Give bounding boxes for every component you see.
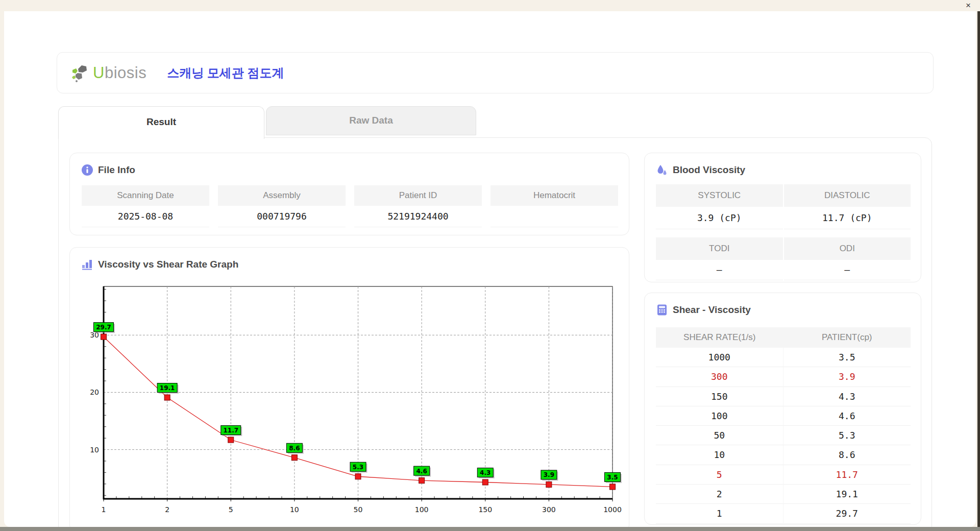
data-label-text: 4.3 [480, 469, 491, 476]
data-point-marker [355, 474, 361, 479]
bv-header: TODI [656, 237, 783, 260]
cell-patient: 8.6 [783, 445, 911, 465]
field-label: Hematocrit [491, 185, 618, 206]
file-info-fields: Scanning Date2025-08-08Assembly000719796… [82, 185, 618, 227]
graph-title: Viscosity vs Shear Rate Graph [98, 259, 238, 270]
logo-text: Ubiosis [93, 64, 146, 82]
x-tick-label: 300 [542, 505, 556, 514]
field-value: 52191924400 [354, 206, 482, 227]
shear-viscosity-title: Shear - Viscosity [673, 304, 751, 316]
table-row: 3003.9 [656, 367, 911, 387]
cell-patient: 4.3 [783, 387, 911, 406]
table-row: 1004.6 [656, 406, 911, 426]
bv-header: ODI [784, 237, 911, 260]
x-tick-label: 1000 [603, 505, 622, 514]
logo-text-rest: biosis [105, 64, 146, 82]
shear-viscosity-card: Shear - Viscosity SHEAR RATE(1/s) PATIEN… [644, 293, 921, 525]
field-label: Patient ID [354, 185, 482, 206]
table-row: 1504.3 [656, 387, 911, 406]
droplets-icon [656, 164, 668, 176]
ubiosis-logo-icon [69, 63, 91, 83]
blood-viscosity-title: Blood Viscosity [673, 164, 745, 176]
cell-shear-rate: 50 [656, 426, 783, 445]
x-tick-label: 2 [165, 505, 169, 514]
cell-shear-rate: 1000 [656, 348, 783, 367]
tab-result[interactable]: Result [58, 106, 264, 139]
data-label-text: 4.6 [416, 468, 427, 475]
field-value [491, 206, 618, 227]
y-tick-label: 10 [90, 446, 99, 454]
shear-viscosity-table: SHEAR RATE(1/s) PATIENT(cp) 10003.53003.… [656, 327, 911, 524]
logo-letter-u: U [93, 64, 105, 82]
field-label: Assembly [218, 185, 346, 206]
info-icon [82, 164, 93, 176]
data-label-text: 5.3 [353, 464, 363, 471]
column-header-shear-rate: SHEAR RATE(1/s) [656, 327, 783, 348]
data-label-text: 3.9 [544, 471, 554, 478]
file-info-field-assembly: Assembly000719796 [218, 185, 346, 227]
bv-header: DIASTOLIC [784, 184, 911, 207]
file-info-field-scanning-date: Scanning Date2025-08-08 [82, 185, 209, 227]
table-row: 108.6 [656, 445, 911, 465]
y-tick-label: 20 [90, 388, 99, 396]
data-point-marker [482, 479, 488, 485]
data-label-text: 3.5 [607, 474, 618, 481]
field-value: 000719796 [218, 206, 346, 227]
field-label: Scanning Date [82, 185, 209, 206]
graph-card: Viscosity vs Shear Rate Graph 1020301251… [69, 247, 629, 531]
column-header-patient: PATIENT(cp) [783, 327, 911, 348]
bv-header: SYSTOLIC [656, 184, 783, 207]
cell-patient: 4.6 [783, 406, 911, 426]
data-label-text: 8.6 [289, 445, 300, 452]
result-panel: File Info Scanning Date2025-08-08Assembl… [58, 137, 932, 531]
x-tick-label: 10 [290, 505, 299, 514]
data-point-marker [546, 481, 552, 487]
file-info-field-patient-id: Patient ID52191924400 [354, 185, 482, 227]
table-row: 219.1 [656, 485, 911, 504]
data-label-text: 11.7 [223, 427, 238, 434]
table-row: 129.7 [656, 504, 911, 523]
app-window: Ubiosis 스캐닝 모세관 점도계 Result Raw Data File… [4, 11, 976, 527]
data-point-marker [101, 334, 107, 340]
bar-chart-icon [82, 259, 93, 270]
field-value: 2025-08-08 [82, 206, 209, 227]
cell-shear-rate: 10 [656, 445, 783, 465]
cell-patient: 11.7 [783, 465, 911, 485]
window-bottom-bar [0, 527, 980, 531]
shear-viscosity-table-header: SHEAR RATE(1/s) PATIENT(cp) [656, 327, 911, 348]
bv-value: – [784, 260, 911, 280]
blood-viscosity-block-2: TODIODI–– [656, 237, 911, 280]
bv-value: 11.7 (cP) [784, 207, 911, 229]
header-card: Ubiosis 스캐닝 모세관 점도계 [57, 52, 934, 93]
data-point-marker [228, 437, 234, 443]
calculator-icon [656, 304, 668, 316]
data-label-text: 19.1 [160, 384, 175, 392]
tab-raw-data[interactable]: Raw Data [266, 106, 476, 135]
x-tick-label: 5 [229, 505, 233, 514]
x-tick-label: 100 [415, 505, 429, 514]
close-button[interactable]: × [963, 1, 974, 11]
file-info-title: File Info [98, 164, 135, 176]
cell-patient: 29.7 [783, 504, 911, 523]
data-point-marker [419, 478, 425, 484]
bv-value: 3.9 (cP) [656, 207, 783, 229]
viscosity-chart: 1020301251050100150300100029.719.111.78.… [70, 273, 626, 528]
table-row: 505.3 [656, 426, 911, 445]
table-row: 10003.5 [656, 348, 911, 367]
x-tick-label: 1 [102, 505, 106, 514]
cell-patient: 3.9 [783, 367, 911, 387]
x-tick-label: 150 [478, 505, 492, 514]
data-label-text: 29.7 [96, 324, 111, 331]
x-tick-label: 50 [354, 505, 363, 514]
bv-value: – [656, 260, 783, 280]
cell-patient: 19.1 [783, 485, 911, 504]
file-info-field-hematocrit: Hematocrit [491, 185, 618, 227]
file-info-card: File Info Scanning Date2025-08-08Assembl… [69, 153, 629, 235]
cell-shear-rate: 100 [656, 406, 783, 426]
window-titlebar: × [0, 0, 980, 11]
data-point-marker [291, 455, 297, 461]
blood-viscosity-card: Blood Viscosity SYSTOLICDIASTOLIC3.9 (cP… [644, 153, 921, 282]
table-row: 511.7 [656, 465, 911, 485]
app-title-korean: 스캐닝 모세관 점도계 [167, 65, 284, 81]
ubiosis-logo: Ubiosis [69, 63, 146, 83]
